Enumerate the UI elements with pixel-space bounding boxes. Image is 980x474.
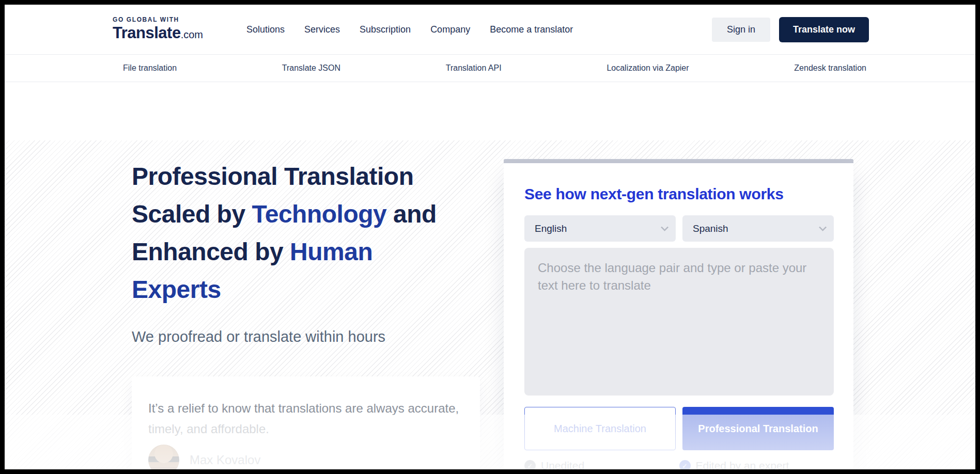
hero-left-column: Professional Translation Scaled by Techn… — [132, 157, 457, 469]
widget-top-bar — [504, 159, 853, 163]
brand-name: Translate.com — [113, 24, 203, 42]
nav-item-services[interactable]: Services — [304, 24, 340, 35]
nav-item-solutions[interactable]: Solutions — [246, 24, 285, 35]
subnav-item-translate-json[interactable]: Translate JSON — [282, 64, 340, 73]
header: GO GLOBAL WITH Translate.com Solutions S… — [5, 5, 975, 54]
hero-title-technology: Technology — [252, 200, 386, 228]
check-icon — [679, 460, 691, 469]
translate-now-button[interactable]: Translate now — [779, 17, 869, 42]
main-navigation: Solutions Services Subscription Company … — [246, 24, 573, 35]
subnav-item-file-translation[interactable]: File translation — [123, 64, 177, 73]
nav-item-become-a-translator[interactable]: Become a translator — [490, 24, 573, 35]
edited-caption: Edited by an expert — [679, 460, 834, 469]
chevron-down-icon — [819, 224, 827, 232]
header-actions: Sign in Translate now — [712, 17, 869, 42]
nav-item-company[interactable]: Company — [430, 24, 470, 35]
hero-subtitle: We proofread or translate within hours — [132, 328, 457, 345]
brand-logo[interactable]: GO GLOBAL WITH Translate.com — [113, 17, 203, 42]
widget-heading: See how next-gen translation works — [524, 185, 834, 203]
avatar — [148, 445, 179, 469]
hero-section: Professional Translation Scaled by Techn… — [5, 140, 975, 469]
sign-in-button[interactable]: Sign in — [712, 18, 770, 42]
testimonial-card: It’s a relief to know that translations … — [132, 376, 480, 469]
testimonial-author-row: Max Kovalov — [148, 445, 463, 469]
widget-body: See how next-gen translation works Engli… — [504, 163, 853, 469]
unedited-caption: Unedited — [524, 460, 679, 469]
testimonial-author-name: Max Kovalov — [190, 453, 260, 467]
translate-com-homepage: GO GLOBAL WITH Translate.com Solutions S… — [5, 5, 975, 469]
target-language-select[interactable]: Spanish — [682, 215, 834, 242]
subnav-item-zendesk-translation[interactable]: Zendesk translation — [794, 64, 866, 73]
professional-translation-button[interactable]: Professional Translation — [682, 407, 834, 450]
subnav-item-translation-api[interactable]: Translation API — [446, 64, 502, 73]
language-selectors: English Spanish — [524, 215, 834, 242]
check-icon — [524, 460, 536, 469]
translation-mode-buttons: Machine Translation Professional Transla… — [524, 407, 834, 450]
chevron-down-icon — [661, 224, 669, 232]
machine-translation-button[interactable]: Machine Translation — [524, 407, 676, 450]
source-language-select[interactable]: English — [524, 215, 676, 242]
subnav-item-localization-via-zapier[interactable]: Localization via Zapier — [606, 64, 689, 73]
translation-widget: See how next-gen translation works Engli… — [504, 159, 853, 469]
source-text-input[interactable] — [524, 248, 834, 396]
brand-tagline: GO GLOBAL WITH — [113, 17, 203, 24]
edited-label: Edited by an expert — [696, 460, 789, 469]
nav-item-subscription[interactable]: Subscription — [360, 24, 411, 35]
hero-title: Professional Translation Scaled by Techn… — [132, 157, 457, 308]
testimonial-quote: It’s a relief to know that translations … — [148, 398, 463, 439]
sub-navigation: File translation Translate JSON Translat… — [5, 54, 975, 82]
source-language-value: English — [535, 223, 567, 234]
target-language-value: Spanish — [693, 223, 728, 234]
translation-mode-captions: Unedited Edited by an expert — [524, 460, 834, 469]
unedited-label: Unedited — [541, 460, 584, 469]
